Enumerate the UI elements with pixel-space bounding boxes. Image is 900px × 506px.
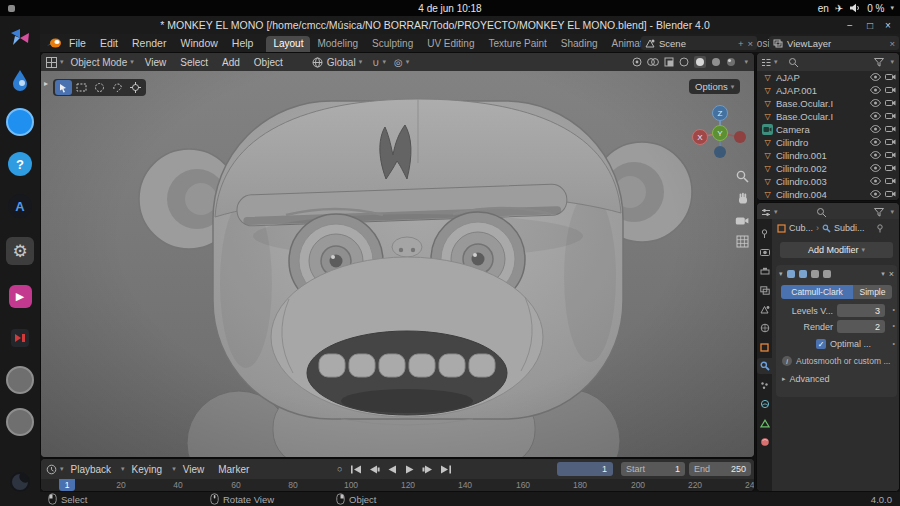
render-levels-field[interactable]: 2 [837, 320, 885, 333]
frame-start-field[interactable]: Start 1 [621, 462, 685, 476]
disable-render-camera-icon[interactable] [885, 86, 896, 94]
navigation-gizmo[interactable]: Z X Y [691, 103, 749, 161]
outliner-item[interactable]: ▽ Cilindro.004 [757, 188, 899, 200]
tab-texture-paint[interactable]: Texture Paint [481, 36, 553, 52]
droplet-app-icon[interactable] [6, 66, 34, 94]
disable-render-camera-icon[interactable] [885, 125, 896, 133]
hide-viewport-eye-icon[interactable] [870, 112, 881, 120]
advanced-section-toggle[interactable]: ▸ Advanced [782, 374, 830, 384]
hide-viewport-eye-icon[interactable] [870, 190, 881, 198]
auto-keying-toggle[interactable]: ○ [337, 464, 342, 474]
hide-viewport-eye-icon[interactable] [870, 138, 881, 146]
outliner-item[interactable]: ▽ AJAP.001 [757, 84, 899, 97]
shading-solid-icon[interactable] [694, 56, 706, 68]
outliner-editor-type-icon[interactable] [761, 58, 771, 67]
settings-gear-icon[interactable]: ⚙ [6, 237, 34, 265]
hide-viewport-eye-icon[interactable] [870, 164, 881, 172]
modifier-extras-icon[interactable]: ▾ [881, 270, 885, 278]
modifier-panel-header[interactable]: ▾ ▾ × [779, 267, 894, 281]
red-box-app-icon[interactable] [6, 324, 34, 352]
hide-viewport-eye-icon[interactable] [870, 99, 881, 107]
playback-menu[interactable]: Playback [64, 464, 119, 475]
options-button[interactable]: Options ▾ [689, 79, 740, 94]
hide-viewport-eye-icon[interactable] [870, 73, 881, 81]
tab-particles-icon[interactable] [757, 377, 772, 393]
optimal-animate-dot-icon[interactable]: • [893, 340, 895, 347]
select-box-tool-button[interactable] [73, 80, 90, 95]
proportional-edit-icon[interactable]: ◎ [394, 57, 403, 68]
properties-search-icon[interactable] [816, 207, 827, 218]
maximize-button[interactable]: □ [860, 16, 880, 34]
viewport-menu-object[interactable]: Object [247, 57, 290, 68]
airplane-mode-icon[interactable]: ✈ [835, 3, 843, 14]
hide-viewport-eye-icon[interactable] [870, 151, 881, 159]
outliner-item[interactable]: ▽ Base.Ocular.I [757, 110, 899, 123]
tab-world-icon[interactable] [757, 320, 772, 336]
camera-view-icon[interactable] [733, 211, 751, 229]
tab-shading[interactable]: Shading [554, 36, 605, 52]
shading-material-icon[interactable] [711, 57, 721, 67]
breadcrumb-modifier[interactable]: Subdi... [834, 223, 865, 233]
marker-menu[interactable]: Marker [211, 464, 256, 475]
jump-to-end-button[interactable] [438, 463, 454, 475]
properties-filter-icon[interactable] [874, 208, 884, 217]
tab-render-icon[interactable] [757, 244, 772, 260]
outliner-item[interactable]: ▽ Cilindro [757, 136, 899, 149]
timeline-ruler[interactable]: 20 40 60 80 100 120 140 160 180 200 220 … [41, 479, 754, 491]
viewport-menu-add[interactable]: Add [215, 57, 247, 68]
breadcrumb-object[interactable]: Cub... [789, 223, 813, 233]
gray-circle-app-icon[interactable] [6, 366, 34, 394]
pan-hand-icon[interactable] [733, 189, 751, 207]
modifier-cage-toggle-icon[interactable] [822, 269, 832, 279]
battery-level[interactable]: 0 % [867, 3, 884, 14]
scene-new-button[interactable]: + [738, 38, 744, 49]
tab-scene-icon[interactable] [757, 301, 772, 317]
hide-viewport-eye-icon[interactable] [870, 86, 881, 94]
catmull-clark-button[interactable]: Catmull-Clark [781, 285, 853, 299]
disable-render-camera-icon[interactable] [885, 138, 896, 146]
orientation-dropdown[interactable]: Global [327, 57, 356, 68]
shading-rendered-icon[interactable] [726, 57, 736, 67]
hide-viewport-eye-icon[interactable] [870, 177, 881, 185]
outliner-item[interactable]: ▽ Cilindro.001 [757, 149, 899, 162]
tab-layout[interactable]: Layout [266, 36, 310, 52]
timeline-view-menu[interactable]: View [176, 464, 212, 475]
a-letter-app-icon[interactable]: A [6, 192, 34, 220]
render-animate-dot-icon[interactable]: • [893, 322, 895, 329]
gray-circle-app-icon-2[interactable] [6, 408, 34, 436]
keying-menu[interactable]: Keying [125, 464, 170, 475]
tab-output-icon[interactable] [757, 263, 772, 279]
show-gizmo-icon[interactable] [632, 57, 642, 67]
disable-render-camera-icon[interactable] [885, 112, 896, 120]
pin-icon[interactable] [876, 224, 884, 233]
menu-file[interactable]: File [62, 37, 93, 49]
scene-selector[interactable]: Scene + × [641, 36, 757, 50]
close-button[interactable]: × [878, 16, 898, 34]
orthographic-grid-icon[interactable] [733, 232, 751, 250]
properties-editor-type-icon[interactable] [761, 208, 771, 217]
frame-end-field[interactable]: End 250 [689, 462, 751, 476]
mode-dropdown[interactable]: Object Mode [71, 57, 128, 68]
select-lasso-tool-button[interactable] [109, 80, 126, 95]
next-keyframe-button[interactable] [420, 463, 436, 475]
outliner-item[interactable]: ▽ AJAP [757, 71, 899, 84]
disable-render-camera-icon[interactable] [885, 73, 896, 81]
timeline-editor-type-icon[interactable] [46, 464, 57, 475]
levels-animate-dot-icon[interactable]: • [893, 306, 895, 313]
modifier-expand-icon[interactable]: ▾ [779, 270, 783, 278]
zoom-icon[interactable] [733, 167, 751, 185]
menu-help[interactable]: Help [225, 37, 261, 49]
levels-viewport-field[interactable]: 3 [837, 304, 885, 317]
tab-modeling[interactable]: Modeling [310, 36, 365, 52]
jump-to-start-button[interactable] [348, 463, 364, 475]
tweak-tool-button[interactable] [55, 80, 72, 95]
swirl-app-icon[interactable] [6, 468, 34, 496]
menu-render[interactable]: Render [125, 37, 173, 49]
pinwheel-app-icon[interactable] [6, 24, 34, 52]
xray-toggle-icon[interactable] [664, 57, 674, 67]
viewport-menu-view[interactable]: View [138, 57, 174, 68]
optimal-display-checkbox[interactable]: ✓ [816, 339, 826, 349]
viewport-menu-select[interactable]: Select [173, 57, 215, 68]
outliner-item[interactable]: ▽ Base.Ocular.I [757, 97, 899, 110]
play-reverse-button[interactable] [384, 463, 400, 475]
